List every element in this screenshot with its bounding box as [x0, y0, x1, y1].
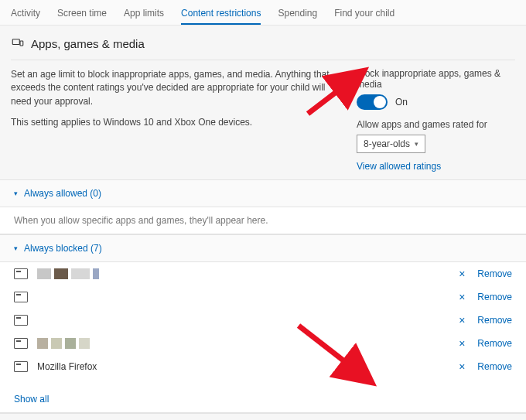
view-allowed-ratings-link[interactable]: View allowed ratings	[357, 161, 441, 172]
tab-spending[interactable]: Spending	[278, 5, 317, 25]
remove-icon[interactable]: ×	[456, 268, 468, 280]
blocked-row: × Remove	[0, 262, 526, 285]
always-blocked-expander[interactable]: ▾ Always blocked (7)	[0, 234, 526, 261]
always-allowed-label: Always allowed (0)	[24, 188, 101, 199]
apps-desc-2: This setting applies to Windows 10 and X…	[11, 116, 333, 129]
show-all-link[interactable]: Show all	[14, 394, 49, 405]
chevron-down-icon: ▾	[14, 190, 18, 197]
tab-find-your-child[interactable]: Find your child	[334, 5, 394, 25]
blocked-app-name: Mozilla Firefox	[37, 361, 446, 372]
tabs-bar: Activity Screen time App limits Content …	[0, 0, 526, 26]
chevron-down-icon: ▾	[14, 244, 18, 252]
blocked-row: × Remove	[0, 309, 526, 332]
age-rating-label: Allow apps and games rated for	[357, 119, 515, 130]
remove-link[interactable]: Remove	[477, 338, 512, 349]
app-icon	[14, 338, 28, 349]
app-icon	[14, 361, 28, 372]
age-rating-select[interactable]: 8-year-olds ▾	[357, 135, 425, 153]
tab-app-limits[interactable]: App limits	[124, 5, 164, 25]
app-icon	[14, 268, 28, 279]
web-section: Web browsing Turn this on to block inapp…	[0, 413, 526, 420]
remove-link[interactable]: Remove	[477, 315, 512, 326]
always-blocked-label: Always blocked (7)	[24, 243, 102, 254]
remove-icon[interactable]: ×	[456, 291, 468, 303]
remove-link[interactable]: Remove	[477, 292, 512, 302]
block-apps-toggle[interactable]	[357, 94, 388, 110]
blocked-list: × Remove × Remove × Remove × Remove Mozi…	[0, 261, 526, 413]
tab-content-restrictions[interactable]: Content restrictions	[181, 5, 261, 25]
blocked-row: × Remove	[0, 332, 526, 355]
chevron-down-icon: ▾	[415, 140, 418, 148]
svg-rect-1	[20, 41, 23, 46]
always-allowed-empty: When you allow specific apps and games, …	[0, 207, 526, 234]
apps-section-title: Apps, games & media	[31, 37, 145, 50]
block-apps-toggle-label: Block inappropriate apps, games & media	[357, 68, 515, 90]
blocked-row: × Remove	[0, 285, 526, 309]
svg-rect-0	[12, 39, 19, 45]
remove-icon[interactable]: ×	[456, 360, 468, 373]
app-icon	[14, 292, 28, 302]
app-icon	[14, 315, 28, 326]
age-rating-value: 8-year-olds	[364, 138, 410, 149]
remove-link[interactable]: Remove	[477, 361, 512, 372]
always-allowed-expander[interactable]: ▾ Always allowed (0)	[0, 179, 526, 207]
blocked-app-name	[37, 338, 446, 349]
blocked-row: Mozilla Firefox × Remove	[0, 355, 526, 378]
apps-section: Apps, games & media Set an age limit to …	[0, 26, 526, 179]
remove-link[interactable]: Remove	[477, 268, 512, 279]
devices-icon	[11, 36, 25, 50]
block-apps-toggle-state: On	[395, 97, 408, 108]
tab-screen-time[interactable]: Screen time	[57, 5, 107, 25]
blocked-app-name	[37, 268, 446, 279]
apps-desc-1: Set an age limit to block inappropriate …	[11, 68, 333, 108]
remove-icon[interactable]: ×	[456, 337, 468, 350]
tab-activity[interactable]: Activity	[11, 5, 40, 25]
remove-icon[interactable]: ×	[456, 314, 468, 326]
